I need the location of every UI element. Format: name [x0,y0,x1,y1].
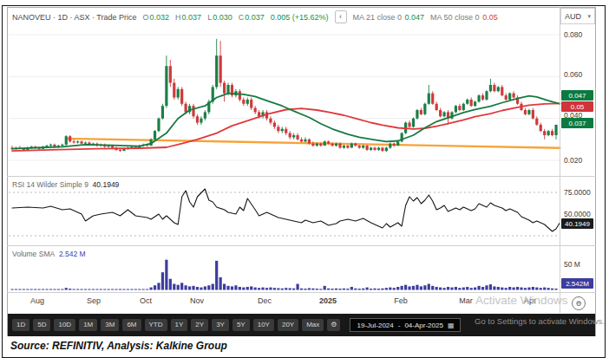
range-button-ytd[interactable]: YTD [145,319,167,331]
ma21-legend: MA 21 close 0 0.047 [353,13,425,22]
volume-label: Volume SMA 2.542 M [12,250,86,258]
range-button-1m[interactable]: 1M [79,319,97,331]
month-label: Dec [258,296,272,305]
rsi-value-badge: 40.1949 [561,218,593,229]
toolbar-gear-icon[interactable]: ⚙ [327,319,340,331]
date-separator: - [398,322,401,329]
date-from: 19-Jul-2024 [357,322,393,329]
last-price-badge: 0.037 [561,118,593,128]
range-button-5d[interactable]: 5D [33,319,50,331]
range-button-1d[interactable]: 1D [12,319,29,331]
range-button-3y[interactable]: 3Y [212,319,229,331]
divider-rsi-volume [7,245,596,246]
currency-dropdown[interactable]: AUD ▾ [560,8,595,24]
ma50-legend: MA 50 close 0 0.05 [430,13,498,22]
date-range-picker[interactable]: 19-Jul-2024 - 04-Apr-2025 ▦ [350,318,461,332]
price-tick-080: 0.080 [564,30,582,39]
calendar-icon: ▦ [448,322,455,329]
range-button-20y[interactable]: 20Y [278,319,298,331]
range-button-5y[interactable]: 5Y [232,319,250,331]
month-label: Sep [87,296,101,305]
high-value: H0.037 [175,13,201,22]
low-value: L0.030 [207,13,232,22]
divider-price-rsi [7,176,596,177]
chart-legend: NANOVEU · 1D · ASX · Trade Price O0.032 … [12,10,498,23]
rsi-tick-75: 75.0000 [564,188,591,197]
month-label: Nov [190,296,204,305]
range-button-6m[interactable]: 6M [122,319,141,331]
ma21-price-badge: 0.047 [561,90,593,101]
collapse-legend-button[interactable]: ‹ [335,10,347,23]
activate-windows-watermark-sub: Go to Settings to activate Windows. [475,316,605,326]
range-button-10d[interactable]: 10D [54,319,75,331]
month-label: Feb [394,296,408,305]
ma50-price-badge: 0.05 [561,101,593,112]
date-to: 04-Apr-2025 [404,322,442,329]
range-button-10y[interactable]: 10Y [253,319,274,331]
open-value: O0.032 [143,13,170,22]
month-label-year: 2025 [319,296,337,305]
range-button-max[interactable]: Max [302,319,324,331]
range-button-1y[interactable]: 1Y [171,319,188,331]
currency-label: AUD [565,12,581,21]
axis-settings-gear-icon[interactable]: ⚙ [572,296,586,310]
rsi-tick-50: 50.0000 [564,210,591,218]
price-tick-060: 0.060 [564,70,582,79]
symbol-title: NANOVEU · 1D · ASX · Trade Price [12,13,137,22]
divider-volume-timeaxis [7,292,596,293]
range-button-2y[interactable]: 2Y [191,319,208,331]
price-tick-020: 0.020 [564,156,582,165]
source-attribution: Source: REFINITIV, Analysis: Kalkine Gro… [10,340,227,352]
volume-tick-50m: 50 M [564,260,580,269]
range-button-3m[interactable]: 3M [101,319,119,331]
month-label: Aug [30,296,44,305]
month-label: Mar [459,296,473,305]
month-label: Oct [140,296,152,305]
divider-plot-axis [560,7,560,313]
change-value: 0.005 (+15.62%) [271,13,329,22]
activate-windows-watermark: Activate Windows [475,294,568,307]
chevron-down-icon: ▾ [587,13,591,20]
close-value: C0.037 [239,13,265,22]
rsi-label: RSI 14 Wilder Simple 9 40.1949 [12,180,119,189]
volume-value-badge: 2.542M [561,278,593,289]
